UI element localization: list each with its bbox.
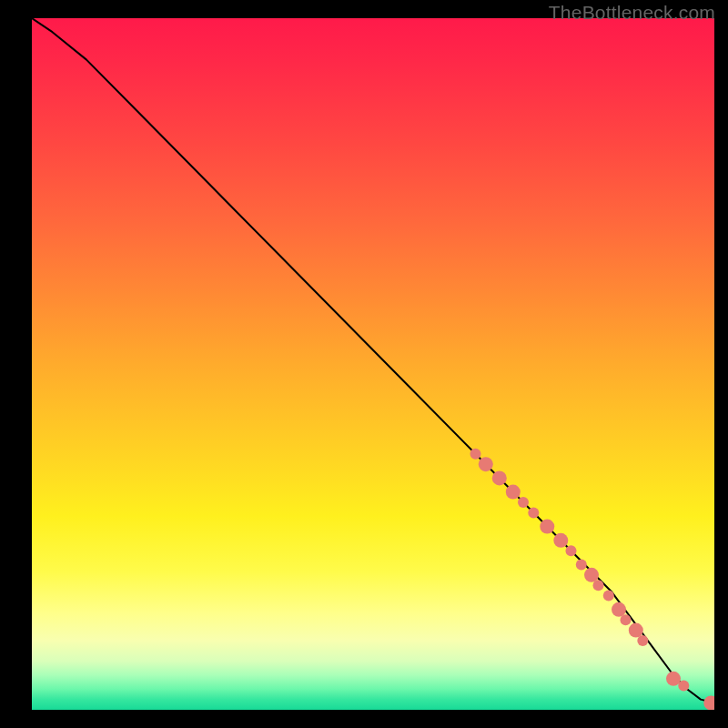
datapoint — [540, 520, 554, 534]
datapoint — [506, 485, 521, 500]
datapoint — [470, 449, 481, 460]
datapoint — [621, 614, 632, 625]
datapoint — [492, 470, 507, 485]
datapoint — [479, 457, 493, 471]
datapoints-group — [470, 449, 715, 710]
datapoint — [576, 559, 587, 570]
datapoint — [528, 507, 539, 518]
datapoint — [518, 497, 529, 508]
datapoint — [593, 580, 604, 591]
datapoint — [566, 545, 577, 556]
chart-svg — [32, 18, 714, 710]
datapoint — [603, 591, 614, 602]
plot-area — [32, 18, 714, 710]
datapoint — [637, 635, 648, 646]
datapoint — [678, 680, 689, 691]
watermark-text: TheBottleneck.com — [549, 2, 715, 24]
chart-frame: TheBottleneck.com — [0, 0, 728, 728]
datapoint — [553, 533, 568, 548]
datapoint — [703, 695, 714, 710]
